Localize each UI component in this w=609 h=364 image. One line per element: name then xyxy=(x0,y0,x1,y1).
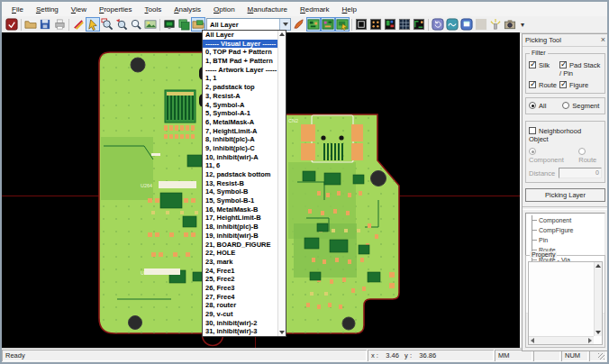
window-blue-icon[interactable] xyxy=(459,17,474,32)
layer-option[interactable]: 21, BOARD_FIGURE xyxy=(203,241,277,250)
menu-item[interactable]: Setting xyxy=(30,4,65,15)
layer-option[interactable]: 28, router xyxy=(203,301,277,310)
layer-stack-icon[interactable] xyxy=(177,17,191,32)
layer-option[interactable]: 11, 6 xyxy=(203,161,277,170)
board-top-view-icon[interactable] xyxy=(306,17,321,32)
layer-option[interactable]: 14, Symbol-B xyxy=(203,187,277,196)
menu-item[interactable]: File xyxy=(5,4,30,15)
board-both-view-icon[interactable] xyxy=(335,17,350,32)
layer-option[interactable]: 22, HOLE xyxy=(203,249,277,258)
scroll-down-icon[interactable] xyxy=(595,331,601,334)
zoom-search-icon[interactable] xyxy=(129,17,143,32)
filter-checkbox[interactable]: Route xyxy=(529,81,559,89)
scroll-up-icon[interactable] xyxy=(595,264,601,268)
layer-combobox[interactable]: All Layer xyxy=(206,18,291,31)
dropdown-scrollbar[interactable] xyxy=(277,31,286,336)
menu-item[interactable]: Manufacture xyxy=(241,4,294,15)
paint-layer-icon[interactable] xyxy=(292,17,306,32)
property-vscrollbar[interactable] xyxy=(594,262,602,336)
combobox-dropdown-button[interactable] xyxy=(279,19,290,30)
highlight-icon[interactable] xyxy=(488,17,503,32)
layer-option[interactable]: 7, HeightLimit-A xyxy=(203,127,277,136)
layer-option[interactable]: All Layer xyxy=(203,31,277,40)
radio-all[interactable]: All xyxy=(529,102,546,110)
layer-combobox-value: All Layer xyxy=(207,21,279,29)
grid-view-icon[interactable] xyxy=(397,17,412,32)
app-icon[interactable] xyxy=(5,17,19,32)
scroll-left-icon[interactable] xyxy=(531,338,534,343)
layer-option[interactable]: 13, Resist-B xyxy=(203,179,277,188)
list-item[interactable]: CompFigure xyxy=(528,225,604,235)
layer-option[interactable]: ------ Visual Layer ------ xyxy=(203,40,277,49)
menu-item[interactable]: View xyxy=(65,4,93,15)
filter-checkbox[interactable]: Silk xyxy=(529,61,559,77)
net-view-icon[interactable] xyxy=(412,17,426,32)
layer-option[interactable]: 26, Free3 xyxy=(203,284,277,293)
layer-option[interactable]: 5, Symbol-A-1 xyxy=(203,109,277,118)
overflow-chevron[interactable]: ▾ xyxy=(521,21,524,29)
layer-option[interactable]: 23, mark xyxy=(203,258,277,267)
layer-option[interactable]: 16, MetalMask-B xyxy=(203,205,277,214)
radio-segment[interactable]: Segment xyxy=(562,102,599,110)
layer-option[interactable]: 15, Symbol-B-1 xyxy=(203,196,277,205)
chip-pads-icon[interactable] xyxy=(368,17,383,32)
layer-option[interactable]: 18, inhibit(plc)-B xyxy=(203,223,277,232)
layer-option[interactable]: 1, 1 xyxy=(203,74,277,83)
print-icon[interactable] xyxy=(52,17,67,32)
layer-option[interactable]: 30, inhibit(wir)-2 xyxy=(203,319,277,328)
menu-item[interactable]: Properties xyxy=(93,4,138,15)
filter-group: Filter SilkPad Stack / PinRouteFigure xyxy=(525,53,605,94)
layer-option[interactable]: 6, MetalMask-A xyxy=(203,118,277,127)
wave-blue-icon[interactable] xyxy=(445,17,459,32)
layer-option[interactable]: 19, inhibit(wir)-B xyxy=(203,232,277,241)
menu-item[interactable]: Analysis xyxy=(168,4,207,15)
layer-option[interactable]: 9, inhibit(plc)-C xyxy=(203,144,277,153)
capture-icon[interactable] xyxy=(503,17,517,32)
layer-option[interactable]: 12, padstack bottom xyxy=(203,170,277,179)
filter-checkbox[interactable]: Figure xyxy=(559,81,602,89)
layer-option[interactable]: 1, BTM Pad + Pattern xyxy=(203,57,277,66)
menu-item[interactable]: Tools xyxy=(139,4,168,15)
close-icon[interactable]: × xyxy=(601,36,605,44)
board-bottom-view-icon[interactable] xyxy=(321,17,335,32)
display-mode-icon[interactable] xyxy=(162,17,177,32)
layer-option[interactable]: 4, Symbol-A xyxy=(203,101,277,110)
rotate-blue-icon[interactable] xyxy=(431,17,445,32)
layer-option[interactable]: 24, Free1 xyxy=(203,267,277,276)
save-icon[interactable] xyxy=(38,17,52,32)
zoom-previous-icon[interactable] xyxy=(114,17,129,32)
filter-checkbox[interactable]: Pad Stack / Pin xyxy=(559,61,602,77)
menu-item[interactable]: Help xyxy=(336,4,363,15)
picking-layer-button[interactable]: Picking Layer xyxy=(525,188,605,202)
radio-route[interactable]: Route xyxy=(578,148,602,164)
layer-option[interactable]: 31, inhibit(wir)-3 xyxy=(203,327,277,336)
image-view-icon[interactable] xyxy=(143,17,158,32)
scroll-up-icon[interactable] xyxy=(279,32,285,36)
layer-option[interactable]: 2, padstack top xyxy=(203,83,277,92)
select-icon[interactable] xyxy=(86,17,100,32)
layer-option[interactable]: 10, inhibit(wir)-A xyxy=(203,153,277,162)
layer-option[interactable]: 25, Free2 xyxy=(203,275,277,284)
radio-component[interactable]: Component xyxy=(529,148,566,164)
layer-option[interactable]: 29, v-cut xyxy=(203,310,277,319)
scroll-right-icon[interactable] xyxy=(588,338,592,343)
layer-option[interactable]: 27, Free4 xyxy=(203,293,277,302)
property-hscrollbar[interactable] xyxy=(529,336,594,344)
zoom-window-icon[interactable] xyxy=(100,17,114,32)
chip-color-icon[interactable] xyxy=(383,17,397,32)
distance-input[interactable]: 0 xyxy=(559,168,602,178)
list-item[interactable]: Pin xyxy=(528,235,604,245)
layer-option[interactable]: 8, inhibit(plc)-A xyxy=(203,135,277,144)
menu-item[interactable]: Redmark xyxy=(294,4,335,15)
layer-option[interactable]: 0, TOP Pad + Pattern xyxy=(203,48,277,57)
layer-option[interactable]: ----- Artwork Layer ----- xyxy=(203,66,277,75)
neighborhood-checkbox[interactable]: Neighborhood Object xyxy=(529,127,602,143)
chip-black-icon[interactable] xyxy=(354,17,368,32)
open-icon[interactable] xyxy=(23,17,38,32)
scroll-down-icon[interactable] xyxy=(279,331,285,334)
layer-option[interactable]: 3, Resist-A xyxy=(203,92,277,101)
measure-icon[interactable] xyxy=(71,17,86,32)
menu-item[interactable]: Option xyxy=(207,4,241,15)
list-item[interactable]: Component xyxy=(528,215,604,225)
layer-option[interactable]: 17, HeightLimit-B xyxy=(203,214,277,223)
